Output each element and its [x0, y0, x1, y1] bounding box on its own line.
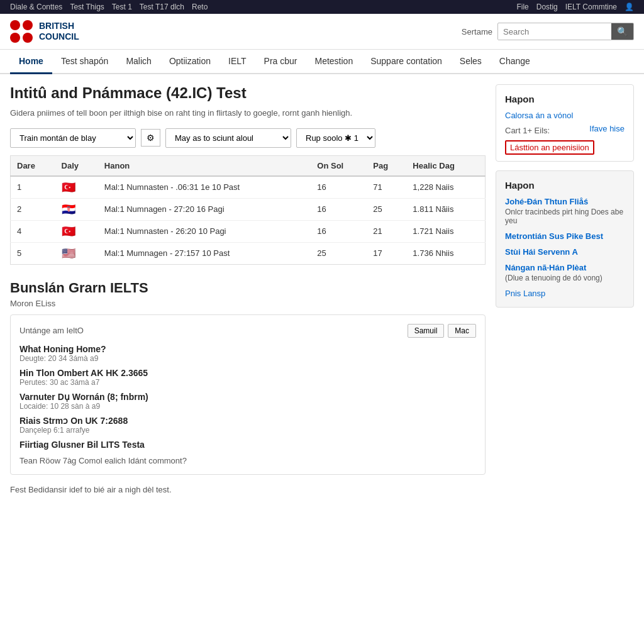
- cell-flag: 🇺🇸: [55, 242, 98, 264]
- sidebar-link-1[interactable]: Calorsa án a vónol: [505, 111, 625, 120]
- news-more-link[interactable]: Pnis Lansp: [505, 289, 625, 298]
- topbar-item-3[interactable]: Test 1: [112, 3, 132, 11]
- news-item: Metrontián Sus Pike Best: [505, 231, 625, 241]
- sidebar-highlight-link[interactable]: Lásttion an peenisiion: [505, 140, 594, 155]
- forum-items: What Honing Home? Deugte: 20 34 3ámà a9 …: [19, 344, 476, 450]
- cell-hanon: Mal:1 Numnasten - 26:20 10 Pagi: [98, 220, 311, 242]
- nav-item-9[interactable]: Change: [491, 50, 539, 74]
- search-box: 🔍: [497, 23, 634, 40]
- nav-item-home[interactable]: Home: [10, 50, 52, 74]
- cell-pag: 25: [367, 198, 406, 220]
- sidebar-row-link[interactable]: Ifave hise: [589, 124, 625, 133]
- cell-dare: 5: [11, 242, 55, 264]
- nav-item-2[interactable]: Malich: [117, 50, 160, 74]
- cell-healic-dag: 1.736 Nhiis: [406, 242, 485, 264]
- cell-dare: 4: [11, 220, 55, 242]
- nav-item-3[interactable]: Optiization: [160, 50, 219, 74]
- filter-input[interactable]: Rup soolo ✱ 1: [296, 128, 375, 148]
- forum-item-title[interactable]: What Honing Home?: [19, 344, 476, 354]
- filter-dropdown-2[interactable]: May as to sciunt aloul: [165, 128, 291, 148]
- cell-on-sol: 25: [311, 242, 367, 264]
- section2-title: Bunslán Grarn IELTS: [10, 280, 486, 296]
- page-title: Intitû and Pnámmace (42.IC) Test: [10, 84, 486, 102]
- forum-header: Untánge am IeltO Samuil Mac: [19, 324, 476, 338]
- cell-healic-dag: 1.721 Naiis: [406, 220, 485, 242]
- cell-healic-dag: 1,228 Naiis: [406, 176, 485, 199]
- nav-item-6[interactable]: Metestion: [306, 50, 362, 74]
- topbar-item-5[interactable]: Reto: [192, 3, 208, 11]
- news-item-title[interactable]: Metrontián Sus Pike Best: [505, 231, 625, 241]
- forum-item: Fiirtiag Glusner Bil LITS Testa: [19, 440, 476, 450]
- topbar-item-1[interactable]: Diale & Conttes: [10, 3, 62, 11]
- logo-text: BRITISH COUNCIL: [39, 21, 79, 42]
- cell-dare: 2: [11, 198, 55, 220]
- news-item: Johé-Đán Thtun Fliåś Onlcr tracinbeds pi…: [505, 197, 625, 225]
- col-dare: Dare: [11, 155, 55, 176]
- topbar-right-1[interactable]: File: [516, 3, 528, 11]
- header: BRITISH COUNCIL Sertame 🔍: [0, 14, 644, 50]
- main-content: Intitû and Pnámmace (42.IC) Test Gidera …: [0, 74, 644, 504]
- news-item-title[interactable]: Nángan nã·Hán Plèat: [505, 263, 625, 272]
- forum-item: Hin Tlon Ombert AK HK 2.3665 Perutes: 30…: [19, 368, 476, 387]
- logo-dot-2: [23, 20, 33, 30]
- search-button[interactable]: 🔍: [611, 23, 633, 40]
- cell-flag: 🇹🇷: [55, 176, 98, 199]
- nav-item-8[interactable]: Seles: [451, 50, 491, 74]
- user-icon[interactable]: 👤: [625, 3, 634, 11]
- news-item-title[interactable]: Stùi Hái Servenn A: [505, 247, 625, 257]
- cell-on-sol: 16: [311, 220, 367, 242]
- topbar-right-2[interactable]: Dostig: [536, 3, 558, 11]
- forum-btn-2[interactable]: Mac: [448, 324, 476, 338]
- topbar-item-4[interactable]: Test T17 dlch: [140, 3, 184, 11]
- topbar-item-2[interactable]: Test Thigs: [70, 3, 104, 11]
- news-item-title[interactable]: Johé-Đán Thtun Fliåś: [505, 197, 625, 206]
- forum-item-title[interactable]: Fiirtiag Glusner Bil LITS Testa: [19, 440, 476, 450]
- cell-on-sol: 16: [311, 176, 367, 199]
- cell-flag: 🇭🇷: [55, 198, 98, 220]
- news-item-desc: (Dlue a tenuoing de dó vong): [505, 274, 625, 282]
- logo-dot-1: [10, 20, 20, 30]
- forum-buttons: Samuil Mac: [408, 324, 476, 338]
- cell-pag: 71: [367, 176, 406, 199]
- search-input[interactable]: [498, 24, 611, 40]
- page-subtitle: Gidera pniimes of tell boon per ilthigh …: [10, 107, 486, 119]
- top-bar: Diale & Conttes Test Thigs Test 1 Test T…: [0, 0, 644, 14]
- logo-dot-4: [23, 33, 33, 43]
- cell-hanon: Mal:1 Numnasten - .06:31 1e 10 Past: [98, 176, 311, 199]
- filter-dropdown-1[interactable]: Train montán de blay: [10, 128, 136, 148]
- nav-item-4[interactable]: IELT: [219, 50, 255, 74]
- nav-item-7[interactable]: Suppare contation: [362, 50, 451, 74]
- forum-item-title[interactable]: Riais Strmɔ On UK 7:2688: [19, 416, 476, 426]
- logo-area: BRITISH COUNCIL: [10, 20, 79, 43]
- forum-item-title[interactable]: Hin Tlon Ombert AK HK 2.3665: [19, 368, 476, 378]
- sidebar-news-title: Hapon: [505, 180, 625, 191]
- cell-pag: 17: [367, 242, 406, 264]
- topbar-left: Diale & Conttes Test Thigs Test 1 Test T…: [10, 3, 208, 11]
- sidebar-section-1-title: Hapon: [505, 94, 625, 104]
- topbar-right-3[interactable]: IELT Commtine: [565, 3, 617, 11]
- table-row: 1 🇹🇷 Mal:1 Numnasten - .06:31 1e 10 Past…: [11, 176, 486, 199]
- cell-healic-dag: 1.811 Nãiis: [406, 198, 485, 220]
- forum-btn-1[interactable]: Samuil: [408, 324, 445, 338]
- col-daly: Daly: [55, 155, 98, 176]
- forum-item: Riais Strmɔ On UK 7:2688 Dançelep 6:1 ar…: [19, 416, 476, 435]
- main-nav: Home Test shapón Malich Optiization IELT…: [0, 50, 644, 74]
- col-hanon: Hanon: [98, 155, 311, 176]
- filters-row: Train montán de blay ⚙ May as to sciunt …: [10, 128, 486, 148]
- col-healic-dag: Healic Dag: [406, 155, 485, 176]
- cell-flag: 🇹🇷: [55, 220, 98, 242]
- sidebar-row-label: Cart 1+ Eils:: [505, 126, 550, 135]
- cell-pag: 21: [367, 220, 406, 242]
- forum-item-meta: Locaide: 10 28 sàn à a9: [19, 402, 476, 411]
- nav-item-1[interactable]: Test shapón: [52, 50, 118, 74]
- nav-item-5[interactable]: Pra cbur: [255, 50, 306, 74]
- table-row: 5 🇺🇸 Mal:1 Mumnagen - 27:157 10 Past 25 …: [11, 242, 486, 264]
- forum-item: Varnuter Dụ Wornán (8; fnbrm) Locaide: 1…: [19, 392, 476, 411]
- sidebar-row-1: Cart 1+ Eils: Ifave hise: [505, 124, 625, 137]
- logo-dots: [10, 20, 33, 43]
- filter-icon-button[interactable]: ⚙: [141, 129, 160, 147]
- forum-item: What Honing Home? Deugte: 20 34 3ámà a9: [19, 344, 476, 363]
- forum-item-title[interactable]: Varnuter Dụ Wornán (8; fnbrm): [19, 392, 476, 402]
- logo-dot-3: [10, 33, 20, 43]
- forum-item-meta: Deugte: 20 34 3ámà a9: [19, 354, 476, 363]
